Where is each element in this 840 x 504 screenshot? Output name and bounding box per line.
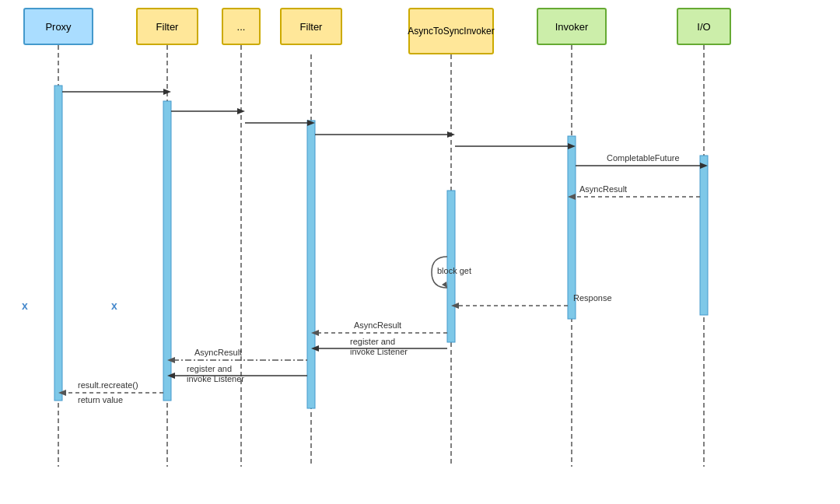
svg-marker-39 xyxy=(58,390,66,396)
x-mark-1: x xyxy=(22,299,28,312)
register-invoke-2-label: register and xyxy=(187,364,232,373)
completable-future-label: CompletableFuture xyxy=(607,153,680,163)
svg-marker-27 xyxy=(442,282,447,288)
actor-filter2-label: Filter xyxy=(300,21,323,33)
svg-marker-20 xyxy=(447,131,455,138)
svg-marker-35 xyxy=(167,357,175,363)
result-recreate-label: result.recreate() xyxy=(78,380,138,390)
actor-filter2: Filter xyxy=(280,8,342,45)
svg-rect-12 xyxy=(700,156,708,315)
actor-invoker: Invoker xyxy=(537,8,607,45)
svg-marker-29 xyxy=(451,303,459,309)
svg-rect-9 xyxy=(307,121,315,408)
actor-asyncinvoker-label: AsyncToSyncInvoker xyxy=(408,26,494,37)
register-invoke-1-label: register and xyxy=(350,337,395,346)
svg-marker-26 xyxy=(568,194,576,200)
actor-dots: ... xyxy=(222,8,261,45)
async-result-invoker-label: AsyncResult xyxy=(579,184,627,194)
svg-marker-24 xyxy=(700,163,708,169)
svg-marker-18 xyxy=(307,120,315,126)
svg-marker-31 xyxy=(311,330,319,336)
actor-filter1-label: Filter xyxy=(156,21,179,33)
actor-proxy: Proxy xyxy=(23,8,93,45)
actor-proxy-label: Proxy xyxy=(45,21,71,33)
return-value-label: return value xyxy=(78,395,123,404)
register-invoke-1b-label: invoke Listener xyxy=(350,347,408,356)
svg-rect-7 xyxy=(54,86,62,401)
svg-marker-14 xyxy=(163,89,171,95)
actor-io: I/O xyxy=(677,8,731,45)
svg-marker-22 xyxy=(568,143,576,149)
actor-filter1: Filter xyxy=(136,8,198,45)
svg-rect-11 xyxy=(568,136,576,319)
block-get-label: block get xyxy=(437,266,471,275)
actor-asyncinvoker: AsyncToSyncInvoker xyxy=(408,8,494,54)
arrows-svg: CompletableFuture AsyncResult block get … xyxy=(0,0,840,504)
actor-dots-label: ... xyxy=(237,21,246,33)
svg-marker-33 xyxy=(311,345,319,352)
async-result-filter1-label: AsyncResult xyxy=(194,348,242,357)
response-label: Response xyxy=(573,293,612,303)
svg-rect-10 xyxy=(447,191,455,342)
svg-rect-8 xyxy=(163,101,171,401)
actor-io-label: I/O xyxy=(697,21,710,33)
svg-marker-37 xyxy=(167,373,175,379)
register-invoke-2b-label: invoke Listener xyxy=(187,374,244,383)
x-mark-2: x xyxy=(111,299,117,312)
svg-marker-16 xyxy=(237,108,245,114)
actor-invoker-label: Invoker xyxy=(555,21,589,33)
async-result-filter2-label: AsyncResult xyxy=(354,320,401,330)
sequence-diagram: CompletableFuture AsyncResult block get … xyxy=(0,0,840,504)
